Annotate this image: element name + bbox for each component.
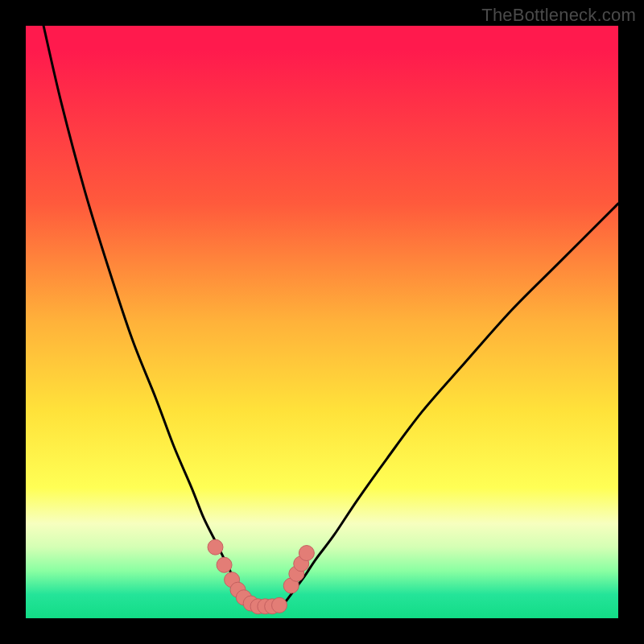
- series-right-branch: [280, 204, 618, 606]
- marker-dot: [299, 546, 314, 561]
- chart-frame: TheBottleneck.com: [0, 0, 644, 644]
- marker-layer: [208, 539, 314, 614]
- curve-layer: [43, 26, 618, 606]
- chart-svg: [26, 26, 618, 618]
- plot-area: [26, 26, 618, 618]
- marker-dot: [272, 597, 287, 613]
- marker-dot: [217, 557, 232, 572]
- series-left-branch: [43, 26, 262, 606]
- marker-dot: [208, 539, 223, 555]
- watermark-text: TheBottleneck.com: [481, 5, 636, 26]
